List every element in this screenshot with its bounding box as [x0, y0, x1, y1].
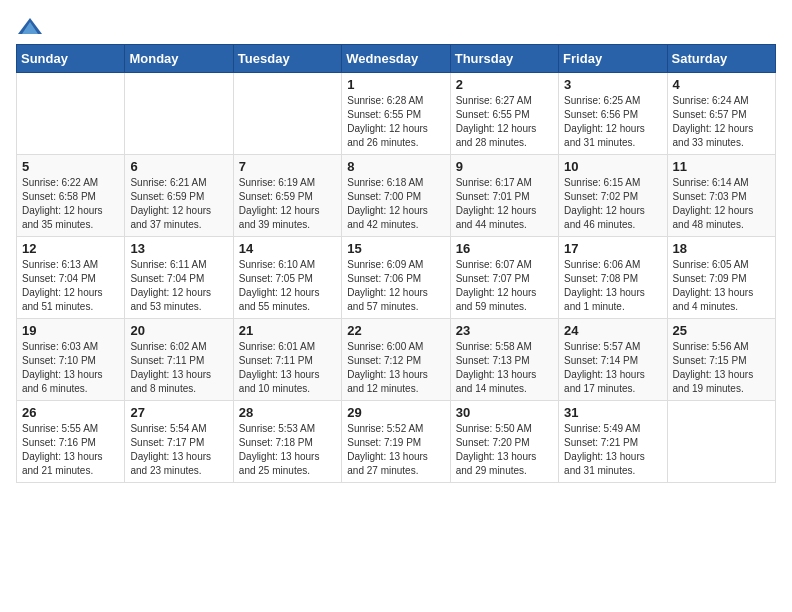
calendar-cell [667, 401, 775, 483]
calendar-week-row: 26Sunrise: 5:55 AM Sunset: 7:16 PM Dayli… [17, 401, 776, 483]
day-number: 17 [564, 241, 661, 256]
day-info: Sunrise: 5:52 AM Sunset: 7:19 PM Dayligh… [347, 422, 444, 478]
day-info: Sunrise: 5:50 AM Sunset: 7:20 PM Dayligh… [456, 422, 553, 478]
calendar-week-row: 19Sunrise: 6:03 AM Sunset: 7:10 PM Dayli… [17, 319, 776, 401]
calendar-cell: 30Sunrise: 5:50 AM Sunset: 7:20 PM Dayli… [450, 401, 558, 483]
calendar-cell: 15Sunrise: 6:09 AM Sunset: 7:06 PM Dayli… [342, 237, 450, 319]
day-info: Sunrise: 6:06 AM Sunset: 7:08 PM Dayligh… [564, 258, 661, 314]
day-info: Sunrise: 6:15 AM Sunset: 7:02 PM Dayligh… [564, 176, 661, 232]
day-info: Sunrise: 6:07 AM Sunset: 7:07 PM Dayligh… [456, 258, 553, 314]
calendar-cell: 7Sunrise: 6:19 AM Sunset: 6:59 PM Daylig… [233, 155, 341, 237]
calendar-cell: 6Sunrise: 6:21 AM Sunset: 6:59 PM Daylig… [125, 155, 233, 237]
calendar-cell: 23Sunrise: 5:58 AM Sunset: 7:13 PM Dayli… [450, 319, 558, 401]
day-info: Sunrise: 6:24 AM Sunset: 6:57 PM Dayligh… [673, 94, 770, 150]
calendar-cell: 10Sunrise: 6:15 AM Sunset: 7:02 PM Dayli… [559, 155, 667, 237]
day-number: 18 [673, 241, 770, 256]
calendar-cell: 29Sunrise: 5:52 AM Sunset: 7:19 PM Dayli… [342, 401, 450, 483]
weekday-header-cell: Saturday [667, 45, 775, 73]
calendar-cell: 1Sunrise: 6:28 AM Sunset: 6:55 PM Daylig… [342, 73, 450, 155]
calendar-cell: 5Sunrise: 6:22 AM Sunset: 6:58 PM Daylig… [17, 155, 125, 237]
day-info: Sunrise: 6:27 AM Sunset: 6:55 PM Dayligh… [456, 94, 553, 150]
day-number: 11 [673, 159, 770, 174]
weekday-header-cell: Wednesday [342, 45, 450, 73]
day-number: 7 [239, 159, 336, 174]
calendar-table: SundayMondayTuesdayWednesdayThursdayFrid… [16, 44, 776, 483]
weekday-header-cell: Monday [125, 45, 233, 73]
day-info: Sunrise: 6:28 AM Sunset: 6:55 PM Dayligh… [347, 94, 444, 150]
day-number: 30 [456, 405, 553, 420]
day-info: Sunrise: 5:58 AM Sunset: 7:13 PM Dayligh… [456, 340, 553, 396]
logo-icon [16, 16, 44, 36]
day-info: Sunrise: 5:55 AM Sunset: 7:16 PM Dayligh… [22, 422, 119, 478]
day-number: 16 [456, 241, 553, 256]
logo [16, 16, 48, 36]
day-info: Sunrise: 6:03 AM Sunset: 7:10 PM Dayligh… [22, 340, 119, 396]
calendar-cell [125, 73, 233, 155]
day-info: Sunrise: 6:01 AM Sunset: 7:11 PM Dayligh… [239, 340, 336, 396]
calendar-cell: 2Sunrise: 6:27 AM Sunset: 6:55 PM Daylig… [450, 73, 558, 155]
calendar-cell: 8Sunrise: 6:18 AM Sunset: 7:00 PM Daylig… [342, 155, 450, 237]
day-info: Sunrise: 6:14 AM Sunset: 7:03 PM Dayligh… [673, 176, 770, 232]
day-number: 10 [564, 159, 661, 174]
calendar-cell: 16Sunrise: 6:07 AM Sunset: 7:07 PM Dayli… [450, 237, 558, 319]
day-number: 9 [456, 159, 553, 174]
day-number: 28 [239, 405, 336, 420]
day-info: Sunrise: 5:53 AM Sunset: 7:18 PM Dayligh… [239, 422, 336, 478]
day-number: 20 [130, 323, 227, 338]
day-number: 8 [347, 159, 444, 174]
calendar-cell: 19Sunrise: 6:03 AM Sunset: 7:10 PM Dayli… [17, 319, 125, 401]
day-number: 27 [130, 405, 227, 420]
day-info: Sunrise: 6:17 AM Sunset: 7:01 PM Dayligh… [456, 176, 553, 232]
calendar-cell: 21Sunrise: 6:01 AM Sunset: 7:11 PM Dayli… [233, 319, 341, 401]
calendar-cell: 24Sunrise: 5:57 AM Sunset: 7:14 PM Dayli… [559, 319, 667, 401]
day-info: Sunrise: 6:09 AM Sunset: 7:06 PM Dayligh… [347, 258, 444, 314]
calendar-cell: 3Sunrise: 6:25 AM Sunset: 6:56 PM Daylig… [559, 73, 667, 155]
weekday-header-cell: Thursday [450, 45, 558, 73]
weekday-header-row: SundayMondayTuesdayWednesdayThursdayFrid… [17, 45, 776, 73]
calendar-cell: 4Sunrise: 6:24 AM Sunset: 6:57 PM Daylig… [667, 73, 775, 155]
calendar-cell [233, 73, 341, 155]
day-info: Sunrise: 5:57 AM Sunset: 7:14 PM Dayligh… [564, 340, 661, 396]
day-info: Sunrise: 6:22 AM Sunset: 6:58 PM Dayligh… [22, 176, 119, 232]
day-number: 23 [456, 323, 553, 338]
calendar-cell: 26Sunrise: 5:55 AM Sunset: 7:16 PM Dayli… [17, 401, 125, 483]
calendar-week-row: 12Sunrise: 6:13 AM Sunset: 7:04 PM Dayli… [17, 237, 776, 319]
weekday-header-cell: Sunday [17, 45, 125, 73]
day-info: Sunrise: 5:56 AM Sunset: 7:15 PM Dayligh… [673, 340, 770, 396]
calendar-cell: 22Sunrise: 6:00 AM Sunset: 7:12 PM Dayli… [342, 319, 450, 401]
day-info: Sunrise: 6:11 AM Sunset: 7:04 PM Dayligh… [130, 258, 227, 314]
calendar-cell: 12Sunrise: 6:13 AM Sunset: 7:04 PM Dayli… [17, 237, 125, 319]
calendar-cell: 31Sunrise: 5:49 AM Sunset: 7:21 PM Dayli… [559, 401, 667, 483]
day-info: Sunrise: 6:05 AM Sunset: 7:09 PM Dayligh… [673, 258, 770, 314]
day-number: 24 [564, 323, 661, 338]
day-info: Sunrise: 6:13 AM Sunset: 7:04 PM Dayligh… [22, 258, 119, 314]
day-number: 15 [347, 241, 444, 256]
calendar-week-row: 1Sunrise: 6:28 AM Sunset: 6:55 PM Daylig… [17, 73, 776, 155]
day-info: Sunrise: 6:19 AM Sunset: 6:59 PM Dayligh… [239, 176, 336, 232]
day-number: 6 [130, 159, 227, 174]
day-number: 3 [564, 77, 661, 92]
page-header [16, 16, 776, 36]
weekday-header-cell: Tuesday [233, 45, 341, 73]
calendar-cell: 20Sunrise: 6:02 AM Sunset: 7:11 PM Dayli… [125, 319, 233, 401]
calendar-cell: 13Sunrise: 6:11 AM Sunset: 7:04 PM Dayli… [125, 237, 233, 319]
day-number: 31 [564, 405, 661, 420]
calendar-cell: 25Sunrise: 5:56 AM Sunset: 7:15 PM Dayli… [667, 319, 775, 401]
day-number: 26 [22, 405, 119, 420]
calendar-cell: 27Sunrise: 5:54 AM Sunset: 7:17 PM Dayli… [125, 401, 233, 483]
day-number: 2 [456, 77, 553, 92]
day-number: 14 [239, 241, 336, 256]
day-info: Sunrise: 6:00 AM Sunset: 7:12 PM Dayligh… [347, 340, 444, 396]
calendar-cell: 11Sunrise: 6:14 AM Sunset: 7:03 PM Dayli… [667, 155, 775, 237]
calendar-cell: 14Sunrise: 6:10 AM Sunset: 7:05 PM Dayli… [233, 237, 341, 319]
calendar-cell [17, 73, 125, 155]
day-number: 12 [22, 241, 119, 256]
day-info: Sunrise: 5:54 AM Sunset: 7:17 PM Dayligh… [130, 422, 227, 478]
calendar-week-row: 5Sunrise: 6:22 AM Sunset: 6:58 PM Daylig… [17, 155, 776, 237]
day-number: 13 [130, 241, 227, 256]
day-number: 4 [673, 77, 770, 92]
day-number: 19 [22, 323, 119, 338]
day-info: Sunrise: 6:02 AM Sunset: 7:11 PM Dayligh… [130, 340, 227, 396]
day-number: 29 [347, 405, 444, 420]
calendar-cell: 18Sunrise: 6:05 AM Sunset: 7:09 PM Dayli… [667, 237, 775, 319]
